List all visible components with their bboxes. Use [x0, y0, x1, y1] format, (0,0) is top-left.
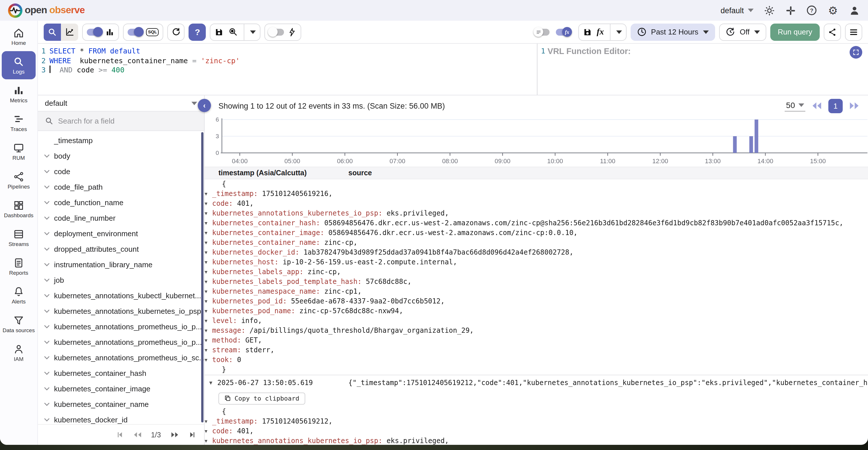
chevron-down-icon[interactable] [44, 308, 50, 314]
json-field-line[interactable]: ▼kubernetes_container_hash: 058694856476… [205, 218, 868, 228]
log-row2-expanded[interactable]: { ▼_timestamp: 1751012405619212,▼code: 4… [205, 407, 868, 445]
prev-results-icon[interactable] [811, 101, 823, 110]
search-mode-button[interactable] [44, 23, 61, 40]
chevron-down-icon[interactable] [44, 370, 50, 377]
expand-triangle-icon[interactable]: ▼ [205, 238, 212, 248]
expand-triangle-icon[interactable]: ▼ [205, 436, 212, 445]
query-help-button[interactable]: ? [189, 23, 206, 40]
prev-page-icon[interactable] [132, 431, 142, 439]
sql-editor-line[interactable]: 2WHERE kubernetes_container_name = 'zinc… [41, 56, 537, 66]
sql-mode-toggle[interactable] [128, 28, 143, 35]
sql-editor-line[interactable]: 1SELECT * FROM default [41, 46, 537, 56]
sidebar-item-iam[interactable]: IAM [2, 339, 36, 367]
chevron-down-icon[interactable] [44, 292, 50, 299]
json-field-line[interactable]: ▼stream: stderr, [205, 345, 868, 355]
chevron-down-icon[interactable] [44, 246, 50, 252]
json-field-line[interactable]: ▼kubernetes_namespace_name: zinc-cp1, [205, 287, 868, 296]
settings-icon[interactable]: ⚙ [827, 5, 839, 16]
expand-triangle-icon[interactable]: ▼ [205, 228, 212, 238]
field-item-body[interactable]: body [38, 148, 204, 164]
sidebar-item-traces[interactable]: Traces [2, 108, 36, 137]
json-field-line[interactable]: ▼kubernetes_container_image: 05869485647… [205, 228, 868, 238]
help-icon[interactable]: ? [806, 5, 817, 16]
last-page-icon[interactable] [189, 431, 196, 439]
function-dropdown-icon[interactable] [616, 30, 622, 34]
field-item-kubernetes_annotations_kubernetes_io_psp[interactable]: kubernetes_annotations_kubernetes_io_psp [38, 303, 204, 319]
json-field-line[interactable]: ▼kubernetes_labels_app: zinc-cp, [205, 267, 868, 277]
expand-triangle-icon[interactable]: ▼ [205, 426, 212, 436]
user-icon[interactable] [848, 5, 860, 16]
field-item-kubernetes_annotations_prometheus_io_sc[interactable]: kubernetes_annotations_prometheus_io_sc.… [38, 350, 204, 365]
expand-triangle-icon[interactable]: ▼ [205, 326, 212, 335]
row-collapse-icon[interactable]: ▼ [209, 380, 217, 385]
chevron-down-icon[interactable] [44, 184, 50, 190]
expand-triangle-icon[interactable]: ▼ [205, 287, 212, 296]
sidebar-item-alerts[interactable]: Alerts [2, 281, 36, 309]
quick-mode-toggle[interactable] [269, 28, 284, 35]
first-page-icon[interactable] [116, 431, 123, 439]
expand-triangle-icon[interactable]: ▼ [205, 355, 212, 365]
json-field-line[interactable]: ▼kubernetes_docker_id: 1ab3782479b43d989… [205, 248, 868, 257]
wrap-lines-toggle[interactable] [535, 28, 550, 35]
field-item-kubernetes_docker_id[interactable]: kubernetes_docker_id [38, 412, 204, 424]
timestamp-column-header[interactable]: timestamp (Asia/Calcutta) [205, 169, 348, 177]
chevron-down-icon[interactable] [44, 168, 50, 175]
json-field-line[interactable]: ▼kubernetes_host: ip-10-2-56-159.us-east… [205, 257, 868, 267]
expand-triangle-icon[interactable]: ▼ [205, 199, 212, 208]
field-item-instrumentation_library_name[interactable]: instrumentation_library_name [38, 257, 204, 272]
histogram-bar-13:25[interactable] [733, 136, 737, 153]
json-field-line[interactable]: ▼kubernetes_pod_name: zinc-cp-57c68dc88c… [205, 306, 868, 316]
field-item-kubernetes_container_image[interactable]: kubernetes_container_image [38, 381, 204, 396]
sidebar-item-metrics[interactable]: Metrics [2, 80, 36, 108]
chevron-down-icon[interactable] [44, 386, 50, 392]
visualize-mode-button[interactable] [61, 23, 78, 40]
sidebar-item-streams[interactable]: Streams [2, 224, 36, 252]
sidebar-item-home[interactable]: Home [2, 23, 36, 51]
source-column-header[interactable]: source [348, 169, 372, 177]
field-item-code[interactable]: code [38, 164, 204, 179]
slack-icon[interactable] [785, 5, 796, 16]
expand-triangle-icon[interactable]: ▼ [205, 248, 212, 257]
histogram-bar-13:44[interactable] [749, 136, 753, 153]
json-field-line[interactable]: ▼kubernetes_annotations_kubernetes_io_ps… [205, 208, 868, 218]
json-field-line[interactable]: ▼message: /api/billings/quota_threshold/… [205, 326, 868, 335]
share-button[interactable] [824, 23, 841, 40]
histogram-toggle[interactable] [87, 28, 102, 35]
chevron-down-icon[interactable] [44, 199, 50, 206]
org-selector[interactable]: default [720, 6, 754, 15]
reset-filters-button[interactable] [167, 23, 185, 40]
vrl-fullscreen-button[interactable] [849, 46, 862, 59]
field-item-kubernetes_annotations_prometheus_io_p[interactable]: kubernetes_annotations_prometheus_io_p..… [38, 319, 204, 334]
chevron-down-icon[interactable] [44, 324, 50, 330]
sidebar-item-reports[interactable]: Reports [2, 252, 36, 281]
sidebar-item-data-sources[interactable]: Data sources [2, 310, 36, 338]
saved-views-dropdown-icon[interactable] [250, 30, 256, 34]
next-page-icon[interactable] [170, 431, 179, 439]
chevron-down-icon[interactable] [44, 230, 50, 237]
json-field-line[interactable]: ▼_timestamp: 1751012405619212, [205, 417, 868, 426]
expand-triangle-icon[interactable]: ▼ [205, 208, 212, 218]
log-row-expanded[interactable]: { ▼_timestamp: 1751012405619216,▼code: 4… [205, 179, 868, 375]
histogram-chart[interactable]: 03604:0005:0006:0007:0008:0009:0010:0011… [205, 116, 868, 167]
sidebar-item-logs[interactable]: Logs [2, 51, 36, 79]
json-field-line[interactable]: ▼code: 401, [205, 426, 868, 436]
json-field-line[interactable]: ▼kubernetes_annotations_kubernetes_io_ps… [205, 436, 868, 445]
field-item-kubernetes_container_hash[interactable]: kubernetes_container_hash [38, 365, 204, 381]
json-field-line[interactable]: ▼kubernetes_pod_id: 55ee6dae-a678-4337-9… [205, 296, 868, 306]
json-field-line[interactable]: ▼method: GET, [205, 335, 868, 345]
json-field-line[interactable]: ▼level: info, [205, 316, 868, 326]
field-item-dropped_attributes_count[interactable]: dropped_attributes_count [38, 242, 204, 257]
chevron-down-icon[interactable] [44, 277, 50, 283]
field-item-kubernetes_annotations_prometheus_io_p[interactable]: kubernetes_annotations_prometheus_io_p..… [38, 334, 204, 350]
time-range-picker[interactable]: Past 12 Hours [630, 23, 715, 40]
stream-selector[interactable]: default [38, 95, 204, 111]
field-item-job[interactable]: job [38, 272, 204, 288]
field-search-input[interactable] [58, 117, 173, 125]
sql-editor-line[interactable]: 3 AND code >= 400 [41, 66, 537, 75]
field-item-_timestamp[interactable]: _timestamp [38, 133, 204, 148]
collapse-fields-button[interactable]: ‹ [198, 99, 211, 112]
expand-triangle-icon[interactable]: ▼ [205, 345, 212, 355]
more-menu-button[interactable] [845, 23, 862, 40]
field-item-code_function_name[interactable]: code_function_name [38, 195, 204, 210]
json-field-line[interactable]: ▼kubernetes_container_name: zinc-cp, [205, 238, 868, 248]
